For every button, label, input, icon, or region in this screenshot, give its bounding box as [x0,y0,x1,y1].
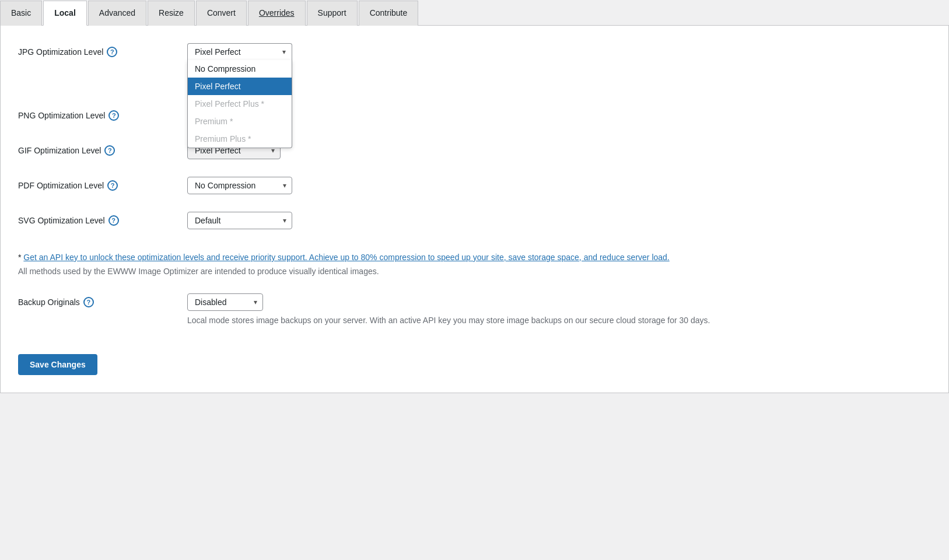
jpg-help-icon[interactable]: ? [107,47,117,57]
backup-description: Local mode stores image backups on your … [187,316,931,325]
save-button[interactable]: Save Changes [18,354,97,375]
pdf-label: PDF Optimization Level ? [18,177,187,191]
tab-support[interactable]: Support [307,1,358,26]
save-button-container: Save Changes [18,342,931,375]
gif-control-area: No Compression Pixel Perfect ▾ [187,142,931,159]
tab-convert[interactable]: Convert [196,1,247,26]
tab-overrides[interactable]: Overrides [248,1,306,26]
pdf-select[interactable]: No Compression [187,177,292,194]
jpg-optimization-row: JPG Optimization Level ? Pixel Perfect ▾… [18,43,931,60]
jpg-option-pixel-perfect-plus[interactable]: Pixel Perfect Plus * [188,95,292,113]
api-description: All methods used by the EWWW Image Optim… [18,267,931,276]
gif-help-icon[interactable]: ? [104,145,115,156]
jpg-dropdown-container: Pixel Perfect ▾ No Compression Pixel Per… [187,43,292,60]
svg-control-area: Default ▾ [187,212,931,229]
jpg-label: JPG Optimization Level ? [18,43,187,57]
gif-optimization-row: GIF Optimization Level ? No Compression … [18,142,931,159]
tab-contribute[interactable]: Contribute [359,1,419,26]
backup-row: Backup Originals ? Disabled ▾ Local mode… [18,293,931,325]
tab-local[interactable]: Local [43,1,87,26]
content-area: JPG Optimization Level ? Pixel Perfect ▾… [0,26,949,393]
svg-label: SVG Optimization Level ? [18,212,187,226]
gif-label: GIF Optimization Level ? [18,142,187,156]
png-control-area: Pixel Perfect ▾ [187,107,931,124]
jpg-control-area: Pixel Perfect ▾ No Compression Pixel Per… [187,43,931,60]
jpg-option-premium-plus[interactable]: Premium Plus * [188,130,292,148]
api-link-line: * Get an API key to unlock these optimiz… [18,253,931,262]
svg-select[interactable]: Default [187,212,292,229]
backup-help-icon[interactable]: ? [83,297,94,307]
pdf-select-wrapper: No Compression ▾ [187,177,292,194]
backup-control-area: Disabled ▾ Local mode stores image backu… [187,293,931,325]
jpg-option-premium[interactable]: Premium * [188,113,292,130]
jpg-option-pixel-perfect[interactable]: Pixel Perfect [188,78,292,95]
jpg-chevron-icon: ▾ [282,48,286,56]
api-link[interactable]: Get an API key to unlock these optimizat… [23,253,669,262]
api-notice-section: * Get an API key to unlock these optimiz… [18,253,931,276]
jpg-dropdown-menu: No Compression Pixel Perfect Pixel Perfe… [187,60,292,148]
svg-help-icon[interactable]: ? [108,215,119,226]
tab-resize[interactable]: Resize [148,1,195,26]
pdf-help-icon[interactable]: ? [107,180,118,191]
tab-advanced[interactable]: Advanced [88,1,146,26]
pdf-control-area: No Compression ▾ [187,177,931,194]
png-optimization-row: PNG Optimization Level ? Pixel Perfect ▾ [18,107,931,124]
svg-optimization-row: SVG Optimization Level ? Default ▾ [18,212,931,229]
backup-select[interactable]: Disabled [187,293,263,311]
pdf-optimization-row: PDF Optimization Level ? No Compression … [18,177,931,194]
png-help-icon[interactable]: ? [108,110,119,121]
jpg-select-box[interactable]: Pixel Perfect ▾ [187,43,292,60]
tabs-nav: Basic Local Advanced Resize Convert Over… [0,0,949,26]
backup-select-wrapper: Disabled ▾ [187,293,263,311]
tab-basic[interactable]: Basic [0,1,42,26]
png-label: PNG Optimization Level ? [18,107,187,121]
jpg-option-no-compression[interactable]: No Compression [188,60,292,78]
svg-select-wrapper: Default ▾ [187,212,292,229]
backup-label: Backup Originals ? [18,293,187,307]
